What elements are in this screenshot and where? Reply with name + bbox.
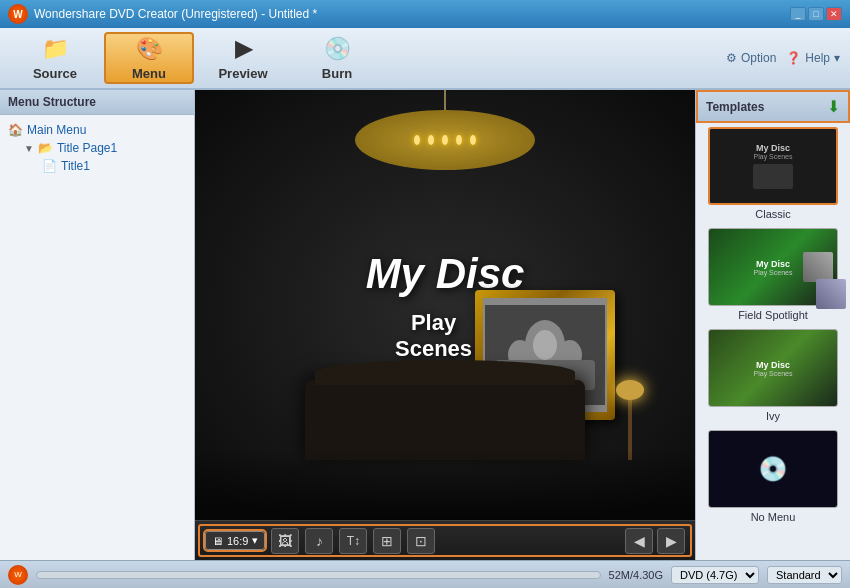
option-label: Option [741,51,776,65]
status-bar: W 52M/4.30G DVD (4.7G) Standard [0,560,850,588]
progress-bar [36,571,601,579]
menu-button[interactable]: 🎨 Menu [104,32,194,84]
templates-list[interactable]: My Disc Play Scenes Classic My Disc Play… [696,123,850,560]
title-bar: W Wondershare DVD Creator (Unregistered)… [0,0,850,28]
help-label: Help [805,51,830,65]
preview-label: Preview [218,66,267,81]
burn-label: Burn [322,66,352,81]
download-templates-button[interactable]: ⬇ [827,97,840,116]
tree-item-title1[interactable]: 📄 Title1 [4,157,190,175]
template-no-menu[interactable]: 💿 No Menu [700,430,846,523]
disc-preview[interactable]: My Disc PlayScenes [195,90,695,520]
template-field-label: Field Spotlight [700,309,846,321]
titlebar-left: W Wondershare DVD Creator (Unregistered)… [8,4,317,24]
chandelier-light [428,135,434,145]
source-button[interactable]: 📁 Source [10,32,100,84]
floor-gradient [195,450,695,520]
template-no-menu-label: No Menu [700,511,846,523]
chandelier-light [456,135,462,145]
left-panel: Menu Structure 🏠 Main Menu ▼ 📂 Title Pag… [0,90,195,560]
gear-icon: ⚙ [726,51,737,65]
template-ivy[interactable]: My Disc Play Scenes Ivy [700,329,846,422]
templates-title: Templates [706,100,764,114]
window-title: Wondershare DVD Creator (Unregistered) -… [34,7,317,21]
disc-subtitle-text: PlayScenes [395,310,472,361]
chandelier-decoration [345,90,545,180]
music-icon: ♪ [316,533,323,549]
preview-area: My Disc PlayScenes [195,90,695,560]
templates-header: Templates ⬇ [696,90,850,123]
collapse-arrow-icon: ▼ [24,143,34,154]
svg-point-2 [533,330,557,360]
toolbar-right: ⚙ Option ❓ Help ▾ [726,51,840,65]
chandelier-chain [444,90,446,110]
burn-button[interactable]: 💿 Burn [292,32,382,84]
status-logo: W [8,565,28,585]
menu-icon: 🎨 [136,36,163,62]
template-classic[interactable]: My Disc Play Scenes Classic [700,127,846,220]
chapter-icon: ⊞ [381,533,393,549]
title-page1-label: Title Page1 [57,141,117,155]
close-button[interactable]: ✕ [826,7,842,21]
text-icon: T↕ [347,534,360,548]
main-menu-label: Main Menu [27,123,86,137]
main-toolbar: 📁 Source 🎨 Menu ▶ Preview 💿 Burn ⚙ Optio… [0,28,850,90]
settings-tool-button[interactable]: ⊡ [407,528,435,554]
chandelier-light [414,135,420,145]
template-classic-label: Classic [700,208,846,220]
chapter-tool-button[interactable]: ⊞ [373,528,401,554]
chandelier-body [355,110,535,170]
text-tool-button[interactable]: T↕ [339,528,367,554]
home-icon: 🏠 [8,123,23,137]
dropdown-arrow-icon: ▾ [252,534,258,547]
template-ivy-label: Ivy [700,410,846,422]
template-no-menu-thumb: 💿 [708,430,838,508]
help-dropdown-icon: ▾ [834,51,840,65]
main-area: Menu Structure 🏠 Main Menu ▼ 📂 Title Pag… [0,90,850,560]
source-label: Source [33,66,77,81]
burn-icon: 💿 [324,36,351,62]
background-icon: 🖼 [278,533,292,549]
sofa-silhouette [305,380,585,460]
status-size: 52M/4.30G [609,569,663,581]
next-button[interactable]: ▶ [657,528,685,554]
menu-structure-header: Menu Structure [0,90,194,115]
folder-icon: 📂 [38,141,53,155]
disc-subtitle: PlayScenes [395,310,472,362]
prev-button[interactable]: ◀ [625,528,653,554]
chandelier-light [470,135,476,145]
background-tool-button[interactable]: 🖼 [271,528,299,554]
disc-type-selector[interactable]: DVD (4.7G) [671,566,759,584]
navigation-buttons: ◀ ▶ [625,528,685,554]
tree-item-main-menu[interactable]: 🏠 Main Menu [4,121,190,139]
file-icon: 📄 [42,159,57,173]
chandelier-light [442,135,448,145]
preview-button[interactable]: ▶ Preview [198,32,288,84]
minimize-button[interactable]: _ [790,7,806,21]
help-button[interactable]: ❓ Help ▾ [786,51,840,65]
option-button[interactable]: ⚙ Option [726,51,776,65]
tree-item-title-page1[interactable]: ▼ 📂 Title Page1 [4,139,190,157]
menu-label: Menu [132,66,166,81]
chandelier-lights [414,135,476,145]
music-tool-button[interactable]: ♪ [305,528,333,554]
template-ivy-thumb: My Disc Play Scenes [708,329,838,407]
screen-icon: 🖥 [212,535,223,547]
menu-tree: 🏠 Main Menu ▼ 📂 Title Page1 📄 Title1 [0,115,194,560]
aspect-ratio-value: 16:9 [227,535,248,547]
title1-label: Title1 [61,159,90,173]
right-panel: Templates ⬇ My Disc Play Scenes Classic [695,90,850,560]
aspect-ratio-selector[interactable]: 🖥 16:9 ▾ [205,531,265,550]
lamp-silhouette [615,380,645,460]
app-logo: W [8,4,28,24]
quality-selector[interactable]: Standard [767,566,842,584]
preview-toolbar: 🖥 16:9 ▾ 🖼 ♪ T↕ ⊞ ⊡ ◀ ▶ [195,520,695,560]
preview-icon: ▶ [235,36,252,62]
maximize-button[interactable]: □ [808,7,824,21]
titlebar-controls[interactable]: _ □ ✕ [790,7,842,21]
help-icon: ❓ [786,51,801,65]
settings-icon: ⊡ [415,533,427,549]
template-classic-thumb: My Disc Play Scenes [708,127,838,205]
source-icon: 📁 [42,36,69,62]
